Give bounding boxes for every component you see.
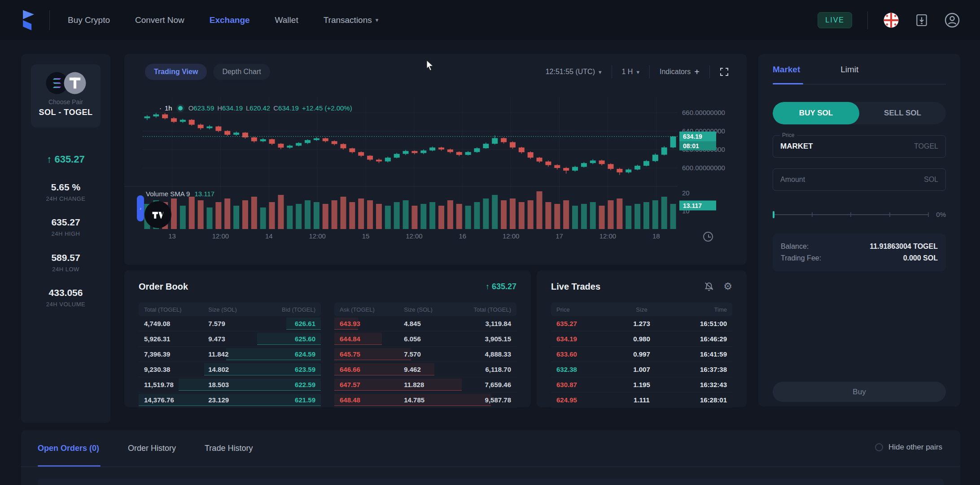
language-flag-icon[interactable]: [883, 12, 899, 28]
trade-row: 634.190.98016:46:29: [551, 331, 732, 347]
bid-row[interactable]: 11,519.7818.503622.59: [139, 377, 321, 392]
tab-open-orders[interactable]: Open Orders (0): [38, 444, 99, 453]
series-dot-icon: [178, 106, 183, 110]
svg-text:12:00: 12:00: [503, 232, 520, 240]
trade-row: 624.951.11116:28:01: [551, 392, 732, 408]
bid-row[interactable]: 4,749.087.579626.61: [139, 316, 321, 331]
stat-24h-high: 635.2724H HIGH: [21, 217, 110, 237]
chevron-down-icon: ▾: [636, 69, 639, 75]
timezone-dropdown[interactable]: 12:51:55 (UTC) ▾: [546, 68, 602, 76]
tab-depth-chart[interactable]: Depth Chart: [213, 64, 270, 80]
chevron-down-icon: ▾: [376, 17, 379, 23]
live-trades-panel: Live Trades ⚙ PriceSizeTime 635.271.2731…: [537, 270, 747, 407]
ask-row[interactable]: 645.757.5704,888.33: [334, 347, 516, 362]
ask-row[interactable]: 646.669.4626,118.70: [334, 362, 516, 377]
tab-trading-view[interactable]: Trading View: [145, 64, 207, 80]
svg-text:13: 13: [168, 232, 176, 240]
price-value: MARKET: [780, 142, 813, 151]
buy-sol-button[interactable]: BUY SOL: [773, 102, 859, 124]
stat-24h-volume: 433.05624H VOLUME: [21, 287, 110, 308]
tab-limit[interactable]: Limit: [840, 65, 858, 75]
interval-dropdown[interactable]: 1 H ▾: [622, 68, 639, 76]
active-tab-indicator: [773, 83, 803, 84]
chart-scroll-handle[interactable]: ›: [137, 195, 144, 221]
pair-name: SOL - TOGEL: [31, 108, 101, 117]
ask-row[interactable]: 648.4814.7859,587.78: [334, 392, 516, 408]
ask-row[interactable]: 643.934.8453,119.84: [334, 316, 516, 331]
bid-row[interactable]: 9,230.3814.802623.59: [139, 362, 321, 377]
orders-table-header: [38, 479, 944, 485]
tab-trade-history[interactable]: Trade History: [205, 444, 253, 453]
fullscreen-icon[interactable]: [720, 67, 729, 76]
download-icon[interactable]: [914, 13, 929, 27]
volume-legend: Volume SMA 9 13.117: [146, 190, 214, 198]
nav-exchange[interactable]: Exchange: [210, 15, 250, 25]
trade-row: 632.381.00716:37:38: [551, 362, 732, 377]
togel-coin-icon: [63, 71, 87, 95]
order-book-panel: Order Book ↑ 635.27 Total (TOGEL)Size (S…: [124, 270, 531, 407]
up-arrow-icon: ↑: [486, 282, 492, 291]
scroll-to-realtime-icon[interactable]: [703, 232, 713, 242]
nav-wallet[interactable]: Wallet: [275, 15, 298, 25]
chart-panel: 660.00000000640.00000000620.00000000600.…: [124, 54, 747, 265]
svg-text:17: 17: [556, 232, 563, 240]
svg-text:18: 18: [652, 232, 660, 240]
pair-selector[interactable]: Choose Pair SOL - TOGEL: [31, 64, 101, 128]
nav-buy-crypto[interactable]: Buy Crypto: [68, 15, 110, 25]
amount-unit: SOL: [924, 176, 938, 184]
order-book-title: Order Book: [139, 282, 188, 292]
trade-row: 633.600.99716:41:59: [551, 347, 732, 362]
divider: [21, 467, 960, 467]
pair-sidebar: Choose Pair SOL - TOGEL ↑ 635.27 5.65 %2…: [21, 54, 110, 423]
balance-box: Balance: 11.91863004 TOGEL Trading Fee: …: [773, 234, 946, 271]
svg-text:12:00: 12:00: [599, 232, 617, 240]
svg-text:634.19: 634.19: [683, 133, 702, 140]
bid-row[interactable]: 7,396.3911.842624.59: [139, 347, 321, 362]
ohlc-legend: · 1h O623.59 H634.19 L620.42 C634.19 +12…: [159, 104, 352, 112]
stat-24h-change: 5.65 %24H CHANGE: [21, 182, 110, 202]
plus-icon: +: [694, 67, 700, 77]
slider-percent: 0%: [936, 211, 946, 218]
trade-row: 635.271.27316:51:00: [551, 316, 732, 331]
balance-value: 11.91863004 TOGEL: [870, 241, 938, 252]
orders-history-panel: Open Orders (0) Order History Trade Hist…: [21, 430, 960, 485]
bid-row[interactable]: 14,376.7623.129621.59: [139, 392, 321, 408]
sell-sol-button[interactable]: SELL SOL: [859, 102, 946, 124]
hide-other-pairs-label: Hide other pairs: [888, 443, 942, 452]
svg-text:08:01: 08:01: [683, 142, 699, 150]
amount-percent-slider[interactable]: [773, 211, 928, 218]
tab-market[interactable]: Market: [773, 65, 800, 75]
hide-other-pairs-checkbox[interactable]: [875, 443, 883, 451]
nav-convert-now[interactable]: Convert Now: [135, 15, 184, 25]
top-nav: Buy Crypto Convert Now Exchange Wallet T…: [0, 0, 980, 40]
fee-value: 0.000 SOL: [903, 252, 938, 264]
live-trades-title: Live Trades: [551, 282, 600, 292]
buy-submit-button[interactable]: Buy: [773, 382, 946, 402]
slider-handle[interactable]: [773, 211, 774, 218]
profile-icon[interactable]: [944, 12, 960, 28]
order-book-last-price: ↑ 635.27: [486, 282, 516, 291]
divider: [867, 11, 868, 29]
bid-row[interactable]: 5,926.319.473625.60: [139, 331, 321, 347]
nav-transactions[interactable]: Transactions ▾: [324, 15, 379, 25]
divider: [49, 10, 50, 30]
amount-field[interactable]: SOL: [773, 168, 946, 191]
svg-text:15: 15: [362, 232, 370, 240]
last-price: ↑ 635.27: [21, 154, 110, 165]
tab-order-history[interactable]: Order History: [128, 444, 176, 453]
amount-input[interactable]: [780, 176, 891, 184]
gear-icon[interactable]: ⚙: [723, 282, 732, 291]
ask-row[interactable]: 644.846.0563,905.15: [334, 331, 516, 347]
bids-header: Total (TOGEL)Size (SOL)Bid (TOGEL): [139, 303, 321, 316]
brand-logo[interactable]: [20, 9, 37, 31]
ask-row[interactable]: 647.5711.8287,659.46: [334, 377, 516, 392]
svg-text:660.00000000: 660.00000000: [682, 109, 725, 116]
divider: [612, 65, 612, 79]
live-status-badge: LIVE: [818, 12, 852, 28]
up-arrow-icon: ↑: [47, 154, 54, 165]
price-field[interactable]: Price MARKET TOGEL: [773, 135, 946, 158]
trades-header: PriceSizeTime: [551, 303, 732, 316]
asks-header: Ask (TOGEL)Size (SOL)Total (TOGEL): [334, 303, 516, 316]
indicators-button[interactable]: Indicators +: [660, 67, 700, 77]
mute-bell-icon[interactable]: [704, 281, 714, 292]
